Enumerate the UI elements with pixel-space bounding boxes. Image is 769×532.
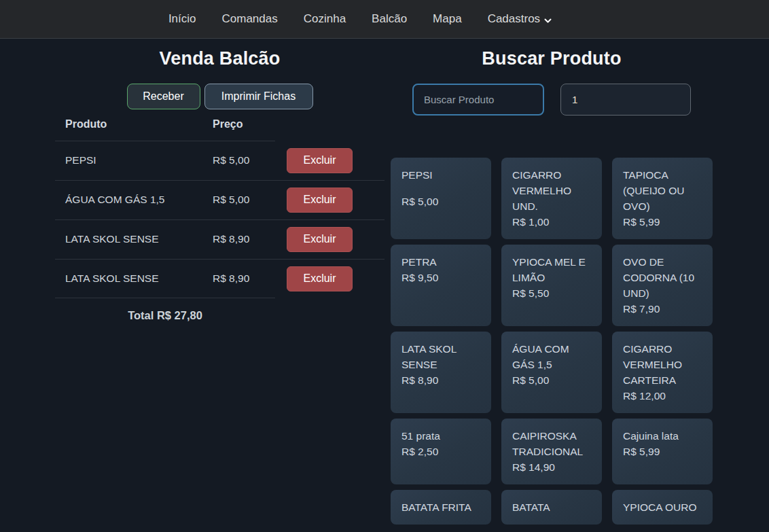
product-card[interactable]: TAPIOCA (QUEIJO OU OVO) R$ 5,99 [612, 158, 713, 239]
cart-table-header-row: Produto Preço [55, 114, 385, 141]
product-name: OVO DE CODORNA (10 UND) [623, 254, 702, 301]
product-card[interactable]: PETRA R$ 9,50 [391, 245, 491, 326]
product-price: R$ 1,00 [512, 214, 591, 230]
main-nav: InícioComandasCozinhaBalcãoMapa Cadastro… [168, 12, 552, 26]
product-card[interactable]: CIGARRO VERMELHO CARTEIRA R$ 12,00 [612, 332, 713, 413]
cart-table-row: LATA SKOL SENSE R$ 8,90 Excluir [55, 219, 385, 259]
column-header-action [275, 114, 385, 141]
cart-actions: Receber Imprimir Fichas [55, 84, 385, 109]
product-card[interactable]: YPIOCA MEL E LIMÃO R$ 5,50 [501, 245, 602, 326]
product-card[interactable]: ÁGUA COM GÁS 1,5 R$ 5,00 [501, 332, 602, 413]
product-card[interactable]: YPIOCA OURO [612, 490, 713, 525]
venda-balcao-title: Venda Balcão [55, 48, 385, 69]
cart-item-name: PEPSI [55, 141, 202, 181]
cart-item-price: R$ 5,00 [202, 180, 275, 219]
product-name: Cajuina lata [623, 428, 702, 444]
buscar-produto-panel: Buscar Produto PEPSI R$ 5,00 CIGARRO VER… [385, 39, 769, 525]
navbar: InícioComandasCozinhaBalcãoMapa Cadastro… [0, 0, 769, 39]
product-price: R$ 12,00 [623, 388, 702, 404]
product-price: R$ 5,50 [512, 285, 591, 301]
quantity-input[interactable] [560, 84, 691, 116]
product-price: R$ 9,50 [401, 270, 480, 285]
product-card[interactable]: LATA SKOL SENSE R$ 8,90 [391, 332, 491, 413]
product-card[interactable]: BATATA [501, 490, 602, 525]
product-card[interactable]: 51 prata R$ 2,50 [391, 419, 491, 484]
excluir-button[interactable]: Excluir [287, 227, 353, 252]
cart-total-label: Total R$ 27,80 [55, 298, 275, 331]
excluir-button[interactable]: Excluir [287, 188, 353, 213]
chevron-down-icon [544, 13, 552, 26]
column-header-preco: Preço [202, 114, 275, 141]
cart-item-name: ÁGUA COM GÁS 1,5 [55, 180, 202, 219]
product-name: BATATA FRITA [401, 499, 480, 515]
product-price: R$ 5,00 [401, 194, 480, 209]
product-name: CIGARRO VERMELHO UND. [512, 167, 591, 214]
nav-item-cadastros-dropdown[interactable]: Cadastros [488, 12, 552, 26]
excluir-button[interactable]: Excluir [287, 266, 353, 291]
cart-item-name: LATA SKOL SENSE [55, 259, 202, 298]
cart-item-price: R$ 5,00 [202, 141, 275, 181]
main-content: Venda Balcão Receber Imprimir Fichas Pro… [0, 39, 769, 525]
product-name: YPIOCA MEL E LIMÃO [512, 254, 591, 285]
cart-table-row: PEPSI R$ 5,00 Excluir [55, 141, 385, 181]
cart-item-price: R$ 8,90 [202, 219, 275, 259]
product-card[interactable]: PEPSI R$ 5,00 [391, 158, 491, 239]
product-price: R$ 14,90 [512, 459, 591, 475]
product-name: CAIPIROSKA TRADICIONAL [512, 428, 591, 459]
product-card[interactable]: CAIPIROSKA TRADICIONAL R$ 14,90 [501, 419, 602, 484]
cart-table: Produto Preço PEPSI R$ 5,00 Excluir ÁGUA… [55, 114, 385, 330]
product-price: R$ 5,99 [623, 214, 702, 230]
venda-balcao-panel: Venda Balcão Receber Imprimir Fichas Pro… [0, 39, 385, 525]
product-price: R$ 5,99 [623, 444, 702, 459]
cart-table-row: LATA SKOL SENSE R$ 8,90 Excluir [55, 259, 385, 298]
excluir-button[interactable]: Excluir [287, 148, 353, 173]
product-grid: PEPSI R$ 5,00 CIGARRO VERMELHO UND. R$ 1… [391, 158, 713, 525]
nav-item-balcao[interactable]: Balcão [372, 12, 407, 26]
product-name: 51 prata [401, 428, 480, 444]
product-price: R$ 5,00 [512, 372, 591, 388]
cart-table-row: ÁGUA COM GÁS 1,5 R$ 5,00 Excluir [55, 180, 385, 219]
product-name: BATATA [512, 499, 591, 515]
product-name: LATA SKOL SENSE [401, 341, 480, 372]
search-input[interactable] [412, 84, 544, 116]
cart-total-row: Total R$ 27,80 [55, 298, 385, 331]
product-name: ÁGUA COM GÁS 1,5 [512, 341, 591, 372]
product-name: TAPIOCA (QUEIJO OU OVO) [623, 167, 702, 214]
cart-item-price: R$ 8,90 [202, 259, 275, 298]
product-price: R$ 7,90 [623, 301, 702, 317]
product-name: PEPSI [401, 167, 480, 183]
product-price: R$ 8,90 [401, 372, 480, 388]
product-card[interactable]: CIGARRO VERMELHO UND. R$ 1,00 [501, 158, 602, 239]
nav-item-cozinha[interactable]: Cozinha [304, 12, 346, 26]
buscar-produto-title: Buscar Produto [391, 48, 713, 69]
product-name: YPIOCA OURO [623, 499, 702, 515]
nav-item-comandas[interactable]: Comandas [222, 12, 278, 26]
nav-item-mapa[interactable]: Mapa [433, 12, 462, 26]
imprimir-fichas-button[interactable]: Imprimir Fichas [204, 84, 313, 109]
product-name: PETRA [401, 254, 480, 270]
product-card[interactable]: BATATA FRITA [391, 490, 491, 525]
product-price: R$ 2,50 [401, 444, 480, 459]
product-name: CIGARRO VERMELHO CARTEIRA [623, 341, 702, 388]
receber-button[interactable]: Receber [127, 84, 200, 109]
cart-item-name: LATA SKOL SENSE [55, 219, 202, 259]
product-card[interactable]: Cajuina lata R$ 5,99 [612, 419, 713, 484]
product-card[interactable]: OVO DE CODORNA (10 UND) R$ 7,90 [612, 245, 713, 326]
nav-item-inicio[interactable]: Início [168, 12, 196, 26]
search-controls [391, 84, 713, 116]
column-header-produto: Produto [55, 114, 202, 141]
nav-item-cadastros-label: Cadastros [488, 12, 540, 26]
